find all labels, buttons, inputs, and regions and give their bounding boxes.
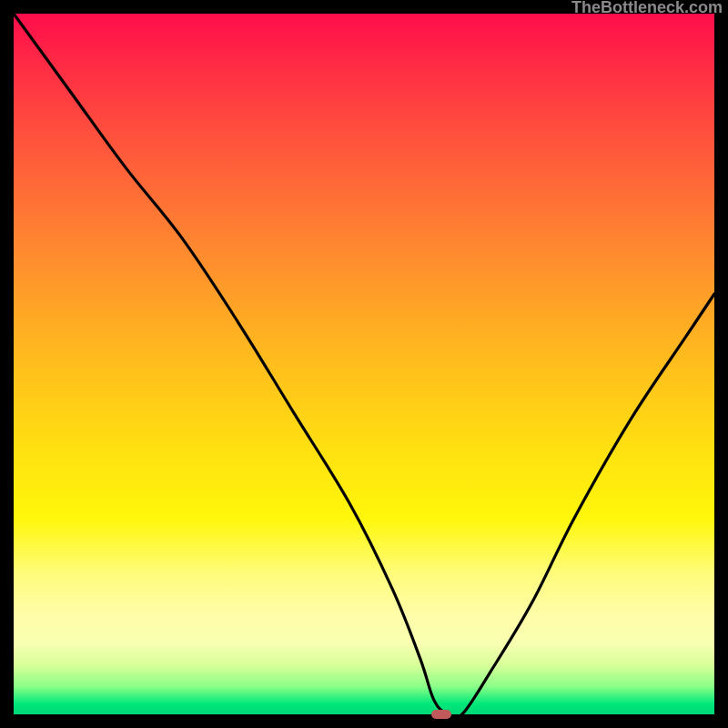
- curve-path: [14, 14, 714, 714]
- chart-frame: TheBottleneck.com: [0, 0, 728, 728]
- curve-minimum-marker: [431, 710, 451, 719]
- watermark-text: TheBottleneck.com: [571, 0, 723, 17]
- plot-area: [14, 14, 714, 714]
- bottleneck-curve: [14, 14, 714, 714]
